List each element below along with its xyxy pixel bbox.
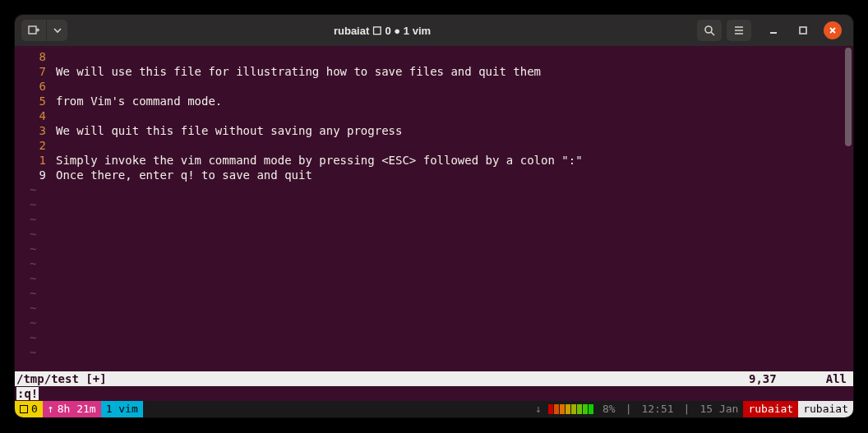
chevron-down-icon	[53, 26, 62, 35]
tmux-host-left: rubaiat	[743, 401, 798, 417]
status-scroll: All	[826, 372, 847, 385]
down-arrow-icon: ↓	[535, 401, 542, 417]
editor-line: 8	[15, 49, 853, 64]
line-number: 3	[15, 123, 56, 138]
line-number: 8	[15, 49, 56, 64]
sep2: |	[679, 401, 695, 417]
vim-status-bar: /tmp/test [+] 9,37 All	[15, 371, 853, 386]
line-content: from Vim's command mode.	[56, 94, 222, 108]
empty-tilde-line: ~	[15, 301, 853, 316]
line-number: 6	[15, 79, 56, 94]
empty-tilde-line: ~	[15, 286, 853, 301]
battery-cell	[548, 404, 553, 414]
session-index: 0	[31, 401, 38, 417]
line-number: 9	[15, 168, 56, 182]
empty-tilde-line: ~	[15, 316, 853, 330]
titlebar: rubaiat ☐ 0 ● 1 vim	[15, 15, 853, 46]
battery-cell	[577, 404, 582, 414]
battery-cell	[571, 404, 576, 414]
line-content: We will use this file for illustrating h…	[56, 64, 541, 79]
line-number: 4	[15, 108, 56, 123]
battery-cell	[589, 404, 593, 414]
empty-tilde-line: ~	[15, 330, 853, 345]
empty-tilde-line: ~	[15, 212, 853, 227]
battery-cell	[583, 404, 588, 414]
window-title: rubaiat ☐ 0 ● 1 vim	[72, 25, 692, 37]
status-cursor-position: 9,37	[749, 372, 826, 385]
terminal-window: rubaiat ☐ 0 ● 1 vim	[15, 15, 853, 417]
window-index: 1	[106, 401, 113, 417]
battery-cell	[554, 404, 559, 414]
editor-line: 5from Vim's command mode.	[15, 94, 853, 108]
empty-tilde-line: ~	[15, 345, 853, 360]
tmux-session-segment[interactable]: 0	[15, 401, 43, 417]
editor-line: 4	[15, 108, 853, 123]
up-arrow-icon: ↑	[48, 401, 54, 417]
editor-line: 3We will quit this file without saving a…	[15, 123, 853, 138]
window-name: vim	[118, 401, 137, 417]
empty-tilde-line: ~	[15, 271, 853, 286]
command-text: :q!	[16, 387, 39, 400]
editor-line: 1Simply invoke the vim command mode by p…	[15, 153, 853, 168]
vim-command-line[interactable]: :q!	[15, 386, 853, 401]
editor-line: 9Once there, enter q! to save and quit	[15, 168, 853, 182]
editor-line: 7We will use this file for illustrating …	[15, 64, 853, 79]
empty-tilde-line: ~	[15, 256, 853, 271]
new-tab-dropdown[interactable]	[46, 20, 67, 41]
empty-tilde-line: ~	[15, 182, 853, 197]
svg-point-3	[705, 26, 712, 33]
session-box-icon	[20, 405, 28, 413]
maximize-icon	[798, 25, 808, 35]
menu-button[interactable]	[727, 20, 751, 41]
battery-cell	[560, 404, 565, 414]
tmux-uptime-segment: ↑8h 21m	[43, 401, 101, 417]
close-icon	[828, 25, 838, 35]
new-tab-icon	[28, 25, 39, 36]
clock-date: 15 Jan	[695, 401, 743, 417]
editor-line: 6	[15, 79, 853, 94]
line-number: 7	[15, 64, 56, 79]
new-tab-split	[21, 20, 67, 41]
svg-line-4	[711, 32, 714, 35]
scrollbar[interactable]	[845, 48, 852, 146]
search-button[interactable]	[697, 20, 722, 41]
uptime-value: 8h 21m	[58, 401, 96, 417]
tmux-window-segment[interactable]: 1 vim	[101, 401, 143, 417]
net-arrow-segment: ↓	[530, 401, 547, 417]
svg-rect-9	[800, 27, 806, 34]
hamburger-icon	[733, 25, 745, 36]
tmux-status-bar: 0 ↑8h 21m 1 vim ↓ 8% | 12:51 | 15 Jan ru…	[15, 401, 853, 417]
status-filepath: /tmp/test [+]	[15, 372, 749, 385]
clock-time: 12:51	[636, 401, 678, 417]
svg-rect-0	[29, 26, 36, 34]
editor-line: 2	[15, 138, 853, 153]
search-icon	[704, 25, 715, 36]
empty-tilde-line: ~	[15, 242, 853, 256]
line-number: 5	[15, 94, 56, 108]
new-tab-button[interactable]	[21, 20, 46, 41]
tmux-host-right: rubaiat	[798, 401, 853, 417]
line-number: 1	[15, 153, 56, 168]
battery-percent: 8%	[598, 401, 621, 417]
empty-tilde-line: ~	[15, 227, 853, 242]
line-content: We will quit this file without saving an…	[56, 123, 402, 138]
battery-bar	[547, 401, 598, 417]
sep1: |	[621, 401, 637, 417]
close-button[interactable]	[824, 21, 842, 39]
tmux-spacer	[143, 401, 530, 417]
minimize-icon	[769, 25, 778, 35]
empty-tilde-line: ~	[15, 197, 853, 212]
battery-cell	[566, 404, 570, 414]
minimize-button[interactable]	[764, 21, 783, 39]
editor-area[interactable]: 87We will use this file for illustrating…	[15, 46, 853, 371]
line-content: Once there, enter q! to save and quit	[56, 168, 312, 182]
line-content: Simply invoke the vim command mode by pr…	[56, 153, 583, 168]
maximize-button[interactable]	[794, 21, 812, 39]
line-number: 2	[15, 138, 56, 153]
window-controls	[756, 21, 847, 39]
